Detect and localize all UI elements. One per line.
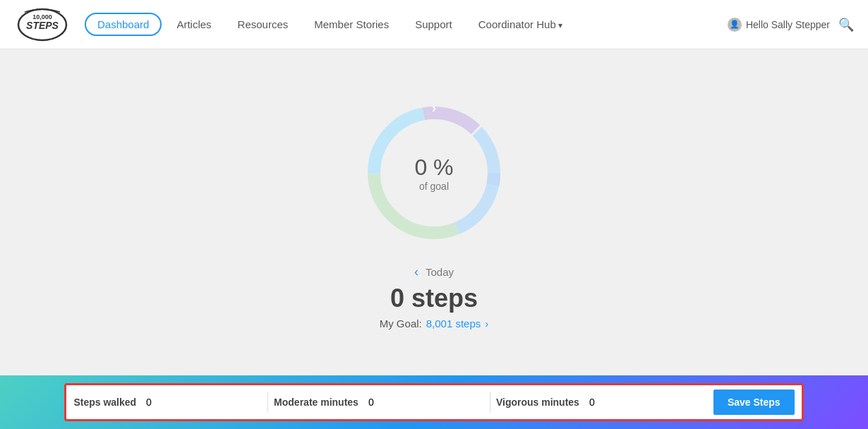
ring-center: 0 % of goal	[414, 155, 453, 192]
divider-1	[267, 392, 268, 413]
vigorous-minutes-input[interactable]	[585, 394, 705, 411]
steps-walked-input[interactable]	[142, 394, 262, 411]
svg-text:STEPS: STEPS	[26, 20, 59, 31]
user-greeting: 👤 Hello Sally Stepper	[728, 18, 830, 32]
ring-label: of goal	[414, 181, 453, 192]
save-steps-button[interactable]: Save Steps	[713, 389, 795, 415]
goal-line: My Goal: 8,001 steps ›	[380, 318, 489, 330]
nav-articles[interactable]: Articles	[165, 14, 222, 35]
steps-walked-label: Steps walked	[73, 397, 136, 408]
date-label: Today	[426, 266, 454, 278]
main-content: › 0 % of goal ‹ Today 0 steps My Goal: 8…	[0, 49, 868, 375]
goal-label: My Goal:	[380, 318, 422, 330]
nav-dashboard[interactable]: Dashboard	[85, 13, 162, 36]
search-button[interactable]: 🔍	[838, 17, 854, 32]
date-prev-chevron[interactable]: ‹	[414, 265, 418, 279]
divider-2	[490, 392, 490, 413]
nav-coordinator-hub[interactable]: Coordinator Hub	[467, 14, 574, 35]
moderate-minutes-label: Moderate minutes	[274, 397, 358, 408]
bottom-bar: Steps walked Moderate minutes Vigorous m…	[0, 375, 868, 429]
input-group: Steps walked Moderate minutes Vigorous m…	[64, 383, 803, 421]
ring-percent: 0 %	[414, 155, 453, 181]
nav-links: Dashboard Articles Resources Member Stor…	[85, 13, 721, 36]
user-greeting-text: Hello Sally Stepper	[746, 19, 830, 30]
moderate-minutes-input[interactable]	[364, 394, 484, 411]
steps-count: 0 steps	[390, 284, 478, 313]
vigorous-minutes-label: Vigorous minutes	[496, 397, 579, 408]
date-nav: ‹ Today	[414, 265, 454, 279]
navbar: 10,000 STEPS Dashboard Articles Resource…	[0, 0, 868, 49]
goal-chevron[interactable]: ›	[485, 318, 488, 330]
user-avatar-icon: 👤	[728, 18, 742, 32]
goal-value: 8,001 steps	[426, 318, 481, 330]
ring-chart: › 0 % of goal	[356, 95, 512, 250]
nav-right: 👤 Hello Sally Stepper 🔍	[728, 17, 854, 32]
nav-resources[interactable]: Resources	[227, 14, 300, 35]
ring-next-arrow[interactable]: ›	[432, 101, 436, 116]
nav-member-stories[interactable]: Member Stories	[303, 14, 400, 35]
nav-support[interactable]: Support	[404, 14, 464, 35]
logo[interactable]: 10,000 STEPS	[14, 5, 71, 44]
